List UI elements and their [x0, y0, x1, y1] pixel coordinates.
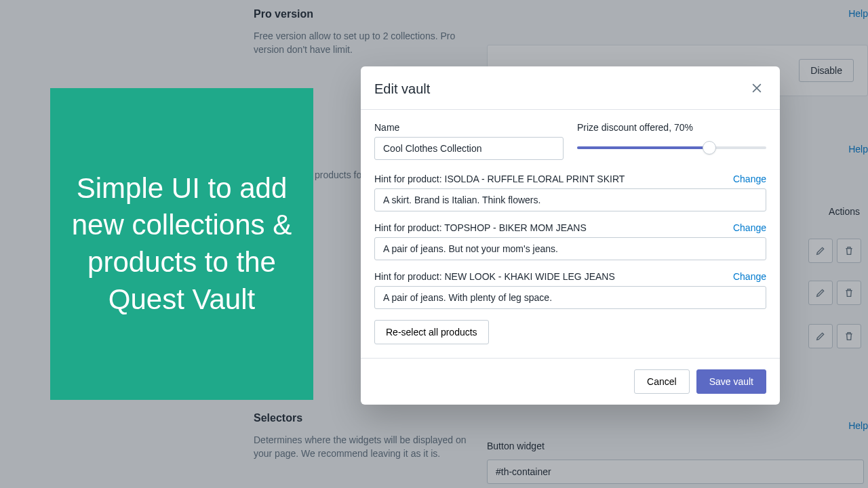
modal-title: Edit vault: [374, 81, 430, 97]
name-input[interactable]: [374, 137, 564, 160]
change-product-link[interactable]: Change: [733, 174, 766, 184]
hint-input[interactable]: [374, 188, 766, 211]
discount-field: Prize discount offered, 70%: [577, 122, 766, 161]
promo-overlay: Simple UI to add new collections & produ…: [50, 88, 313, 400]
modal-header: Edit vault: [361, 66, 780, 110]
close-button[interactable]: [747, 79, 766, 100]
change-product-link[interactable]: Change: [733, 222, 766, 233]
save-vault-button[interactable]: Save vault: [696, 369, 766, 394]
hint-label: Hint for product: ISOLDA - RUFFLE FLORAL…: [374, 174, 625, 184]
hint-label: Hint for product: NEW LOOK - KHAKI WIDE …: [374, 271, 615, 282]
cancel-button[interactable]: Cancel: [634, 369, 690, 394]
hint-block: Hint for product: NEW LOOK - KHAKI WIDE …: [374, 271, 766, 309]
modal-footer: Cancel Save vault: [361, 358, 780, 405]
edit-vault-modal: Edit vault Name Prize discount offered, …: [361, 66, 780, 405]
hint-input[interactable]: [374, 286, 766, 309]
discount-label: Prize discount offered, 70%: [577, 122, 766, 133]
change-product-link[interactable]: Change: [733, 271, 766, 282]
hint-label: Hint for product: TOPSHOP - BIKER MOM JE…: [374, 222, 587, 233]
name-field: Name: [374, 122, 564, 161]
hint-block: Hint for product: TOPSHOP - BIKER MOM JE…: [374, 222, 766, 260]
hint-input[interactable]: [374, 237, 766, 260]
slider-fill: [577, 146, 709, 149]
close-icon: [750, 81, 764, 95]
hint-block: Hint for product: ISOLDA - RUFFLE FLORAL…: [374, 174, 766, 211]
modal-body: Name Prize discount offered, 70% Hint fo…: [361, 110, 780, 358]
name-label: Name: [374, 122, 564, 133]
promo-text: Simple UI to add new collections & produ…: [71, 170, 293, 318]
discount-slider[interactable]: [577, 137, 766, 161]
slider-thumb[interactable]: [703, 141, 716, 155]
reselect-products-button[interactable]: Re-select all products: [374, 320, 489, 344]
